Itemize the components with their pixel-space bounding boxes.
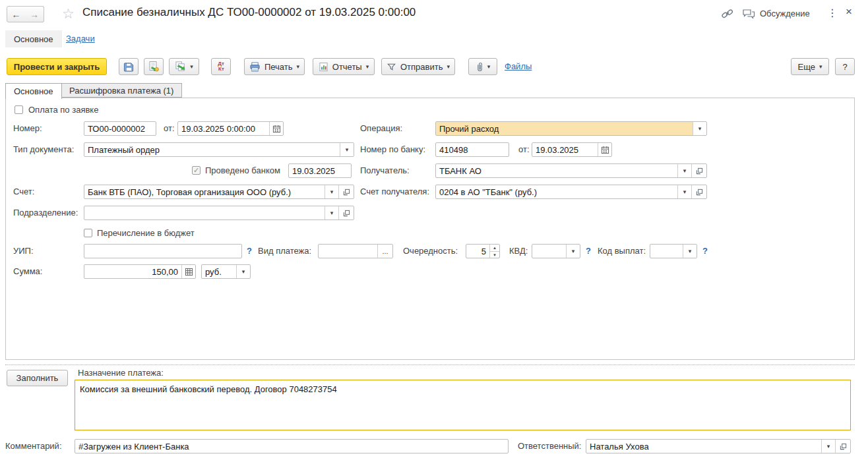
payment-kind-field[interactable]: ... xyxy=(318,244,393,258)
payee-account-field[interactable]: 0204 в АО "ТБанк" (руб.) ▾ xyxy=(435,185,707,199)
chevron-down-icon[interactable]: ▾ xyxy=(683,245,697,258)
bank-number-field[interactable]: 410498 xyxy=(435,142,509,157)
nav-item-main[interactable]: Основное xyxy=(5,30,62,47)
account-label: Счет: xyxy=(13,185,34,199)
payout-code-field[interactable]: ▾ xyxy=(650,244,697,258)
payout-code-label: Код выплат: xyxy=(598,244,646,258)
payment-by-request-label: Оплата по заявке xyxy=(28,103,98,117)
open-item-icon[interactable] xyxy=(691,185,706,198)
chevron-down-icon[interactable]: ▾ xyxy=(236,265,250,278)
nav-link-tasks[interactable]: Задачи xyxy=(66,34,95,44)
dt-kt-button[interactable]: Дт Кт xyxy=(211,58,231,75)
operation-value: Прочий расход xyxy=(436,122,693,135)
files-link[interactable]: Файлы xyxy=(505,61,532,71)
purpose-textarea[interactable]: Комиссия за внешний банковский перевод. … xyxy=(75,380,851,430)
purpose-label: Назначение платежа: xyxy=(78,366,164,380)
budget-transfer-checkbox[interactable] xyxy=(84,229,92,237)
discussion-label[interactable]: Обсуждение xyxy=(760,7,810,21)
chevron-down-icon[interactable]: ▾ xyxy=(340,143,354,156)
tab-payment-decode[interactable]: Расшифровка платежа (1) xyxy=(61,83,182,98)
close-icon[interactable]: × xyxy=(846,5,852,18)
reports-button[interactable]: Отчеты ▾ xyxy=(313,58,375,75)
bank-posted-label: Проведено банком xyxy=(205,163,280,178)
back-button[interactable]: ← xyxy=(7,6,26,22)
calendar-icon[interactable] xyxy=(598,143,611,156)
doc-type-field[interactable]: Платежный ордер ▾ xyxy=(84,142,354,157)
open-item-icon[interactable] xyxy=(338,206,354,219)
date-field[interactable]: 19.03.2025 0:00:00 xyxy=(177,121,284,136)
responsible-field[interactable]: Наталья Ухова ▾ xyxy=(586,439,851,453)
currency-value: руб. xyxy=(202,265,236,278)
chevron-down-icon[interactable]: ▾ xyxy=(677,164,691,177)
fill-button[interactable]: Заполнить xyxy=(7,370,68,386)
chevron-down-icon[interactable]: ▾ xyxy=(325,185,338,198)
currency-field[interactable]: руб. ▾ xyxy=(201,264,251,279)
kvd-field[interactable]: ▾ xyxy=(532,244,580,258)
payee-account-value: 0204 в АО "ТБанк" (руб.) xyxy=(436,185,677,198)
chevron-down-icon[interactable]: ▾ xyxy=(693,122,706,135)
chevron-down-icon[interactable]: ▾ xyxy=(325,206,338,219)
open-item-icon[interactable] xyxy=(691,164,706,177)
payee-label: Получатель: xyxy=(360,163,410,178)
uip-help-icon[interactable]: ? xyxy=(247,244,252,258)
splitter-handle[interactable] xyxy=(5,365,855,365)
kvd-help-icon[interactable]: ? xyxy=(586,244,591,258)
calendar-icon[interactable] xyxy=(269,122,283,135)
amount-field[interactable]: 150,00 xyxy=(84,264,196,279)
discussion-icon[interactable] xyxy=(742,8,755,19)
account-field[interactable]: Банк ВТБ (ПАО), Торговая организация ООО… xyxy=(84,185,354,199)
spin-down-icon[interactable]: ▾ xyxy=(490,252,499,258)
forward-button[interactable]: → xyxy=(25,6,44,22)
payout-code-help-icon[interactable]: ? xyxy=(702,244,708,258)
payee-account-label: Счет получателя: xyxy=(360,185,429,199)
reports-label: Отчеты xyxy=(332,62,362,72)
kvd-value xyxy=(532,245,566,258)
account-value: Банк ВТБ (ПАО), Торговая организация ООО… xyxy=(84,185,325,198)
department-field[interactable]: ▾ xyxy=(84,206,354,220)
chevron-down-icon[interactable]: ▾ xyxy=(566,245,580,258)
uip-field[interactable] xyxy=(84,244,242,258)
more-button[interactable]: Еще ▾ xyxy=(791,58,829,75)
chevron-down-icon[interactable]: ▾ xyxy=(821,440,835,453)
uip-value xyxy=(84,245,241,258)
bank-posted-checkbox[interactable]: ✓ xyxy=(192,166,201,175)
payout-code-value xyxy=(650,245,683,258)
open-item-icon[interactable] xyxy=(835,440,850,453)
payee-field[interactable]: ТБАНК АО ▾ xyxy=(435,163,707,178)
calculator-icon[interactable] xyxy=(181,265,195,278)
printer-icon xyxy=(249,62,261,72)
check-icon: ✓ xyxy=(193,166,199,175)
bank-posted-date-value: 19.03.2025 xyxy=(289,164,351,177)
number-label: Номер: xyxy=(13,121,42,136)
get-link-icon[interactable] xyxy=(721,8,734,20)
priority-stepper[interactable]: 5 ▴ ▾ xyxy=(466,244,500,258)
bank-date-field[interactable]: 19.03.2025 xyxy=(532,142,612,157)
chevron-down-icon: ▾ xyxy=(190,64,193,70)
favorite-star-icon[interactable]: ☆ xyxy=(62,6,75,22)
open-item-icon[interactable] xyxy=(338,185,354,198)
department-value xyxy=(84,206,325,219)
help-label: ? xyxy=(842,62,847,72)
menu-dots-icon[interactable]: ⋮ xyxy=(827,7,838,19)
tab-main[interactable]: Основное xyxy=(5,83,62,99)
back-arrow-icon: ← xyxy=(12,9,21,20)
number-field[interactable]: ТО00-0000002 xyxy=(84,121,156,136)
create-based-on-button[interactable]: ▾ xyxy=(169,58,199,75)
send-button[interactable]: Отправить ▾ xyxy=(381,58,455,75)
amount-value: 150,00 xyxy=(84,265,181,278)
ellipsis-button[interactable]: ... xyxy=(377,245,392,258)
print-button[interactable]: Печать ▾ xyxy=(244,58,305,75)
comment-field[interactable]: #Загружен из Клиент-Банка xyxy=(75,439,509,453)
post-and-close-button[interactable]: Провести и закрыть xyxy=(7,58,107,75)
chevron-down-icon: ▾ xyxy=(447,64,450,70)
operation-field[interactable]: Прочий расход ▾ xyxy=(435,121,707,136)
bank-posted-date-field[interactable]: 19.03.2025 xyxy=(288,163,352,178)
save-button[interactable] xyxy=(119,58,139,75)
attachments-button[interactable]: ▾ xyxy=(468,58,497,75)
spin-up-icon[interactable]: ▴ xyxy=(490,245,499,252)
post-document-button[interactable] xyxy=(144,58,164,75)
help-button[interactable]: ? xyxy=(835,58,855,75)
bank-date-from-label: от: xyxy=(518,142,530,157)
chevron-down-icon[interactable]: ▾ xyxy=(677,185,691,198)
payment-by-request-checkbox[interactable] xyxy=(15,105,23,114)
